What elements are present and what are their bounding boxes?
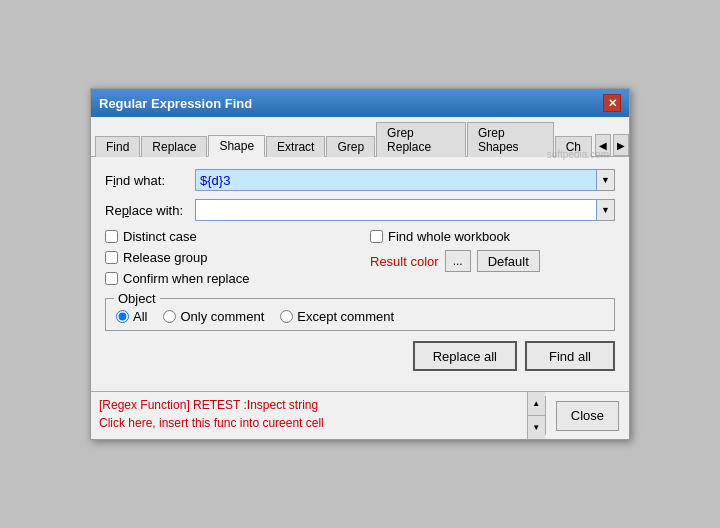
release-group-checkbox[interactable] (105, 251, 118, 264)
tab-grep-replace[interactable]: Grep Replace (376, 122, 466, 157)
replace-all-button[interactable]: Replace all (413, 341, 517, 371)
confirm-replace-row: Confirm when replace (105, 271, 350, 286)
watermark-text: softpedia.com (547, 149, 609, 160)
status-bar: [Regex Function] RETEST :Inspect string … (91, 391, 629, 439)
tab-nav-right[interactable]: ▶ (613, 134, 629, 156)
find-what-label: Find what: (105, 173, 195, 188)
tab-extract[interactable]: Extract (266, 136, 325, 157)
replace-with-label: Replace with: (105, 203, 195, 218)
options-col-left: Distinct case Release group Confirm when… (105, 229, 350, 292)
tab-grep-shapes[interactable]: Grep Shapes (467, 122, 554, 157)
radio-except-comment-label: Except comment (297, 309, 394, 324)
options-col-right: Find whole workbook Result color ... Def… (370, 229, 615, 292)
dialog: Regular Expression Find ✕ Find Replace S… (90, 88, 630, 440)
tab-find[interactable]: Find (95, 136, 140, 157)
tab-grep[interactable]: Grep (326, 136, 375, 157)
replace-with-row: Replace with: ▼ (105, 199, 615, 221)
radio-only-comment: Only comment (163, 309, 264, 324)
divider (545, 396, 546, 435)
radio-all: All (116, 309, 147, 324)
status-text-area[interactable]: [Regex Function] RETEST :Inspect string … (91, 392, 527, 439)
find-what-input-wrapper: ▼ (195, 169, 615, 191)
find-what-row: Find what: ▼ (105, 169, 615, 191)
options-section: Distinct case Release group Confirm when… (105, 229, 615, 292)
action-button-row: Replace all Find all (105, 341, 615, 371)
distinct-case-row: Distinct case (105, 229, 350, 244)
replace-with-input-wrapper: ▼ (195, 199, 615, 221)
content-area: softpedia.com Find what: ▼ Replace with:… (91, 157, 629, 391)
confirm-replace-label: Confirm when replace (123, 271, 249, 286)
tab-shape[interactable]: Shape (208, 135, 265, 157)
replace-with-dropdown[interactable]: ▼ (597, 199, 615, 221)
find-whole-workbook-label: Find whole workbook (388, 229, 510, 244)
release-group-label: Release group (123, 250, 208, 265)
result-color-label: Result color (370, 254, 439, 269)
object-radio-row: All Only comment Except comment (116, 309, 604, 324)
find-whole-workbook-checkbox[interactable] (370, 230, 383, 243)
dialog-title: Regular Expression Find (99, 96, 252, 111)
radio-except-comment-input[interactable] (280, 310, 293, 323)
find-whole-workbook-row: Find whole workbook (370, 229, 615, 244)
result-color-row: Result color ... Default (370, 250, 615, 272)
scroll-down-button[interactable]: ▼ (528, 416, 545, 439)
distinct-case-label: Distinct case (123, 229, 197, 244)
scroll-up-button[interactable]: ▲ (528, 392, 545, 416)
status-line-1: [Regex Function] RETEST :Inspect string (99, 396, 519, 414)
object-group: Object All Only comment Except comment (105, 298, 615, 331)
radio-except-comment: Except comment (280, 309, 394, 324)
tab-replace[interactable]: Replace (141, 136, 207, 157)
confirm-replace-checkbox[interactable] (105, 272, 118, 285)
replace-with-input[interactable] (195, 199, 597, 221)
radio-only-comment-input[interactable] (163, 310, 176, 323)
radio-only-comment-label: Only comment (180, 309, 264, 324)
default-btn-label: Default (488, 254, 529, 269)
scroll-buttons: ▲ ▼ (527, 392, 545, 439)
radio-all-label: All (133, 309, 147, 324)
release-group-row: Release group (105, 250, 350, 265)
radio-all-input[interactable] (116, 310, 129, 323)
find-all-button[interactable]: Find all (525, 341, 615, 371)
distinct-case-checkbox[interactable] (105, 230, 118, 243)
result-color-default-button[interactable]: Default (477, 250, 540, 272)
find-what-input[interactable] (195, 169, 597, 191)
object-legend: Object (114, 291, 160, 306)
status-line-2: Click here, insert this func into cureen… (99, 414, 519, 432)
find-what-dropdown[interactable]: ▼ (597, 169, 615, 191)
close-icon[interactable]: ✕ (603, 94, 621, 112)
title-bar: Regular Expression Find ✕ (91, 89, 629, 117)
result-color-ellipsis-button[interactable]: ... (445, 250, 471, 272)
close-button[interactable]: Close (556, 401, 619, 431)
